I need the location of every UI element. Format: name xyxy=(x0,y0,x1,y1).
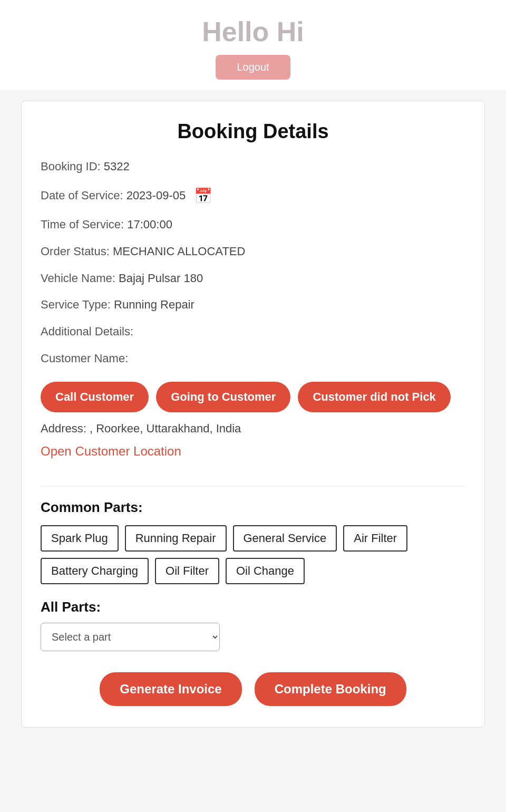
customer-did-not-pick-button[interactable]: Customer did not Pick xyxy=(298,382,450,412)
additional-label: Additional Details: xyxy=(41,325,133,338)
status-value: MECHANIC ALLOCATED xyxy=(113,245,245,258)
time-label: Time of Service: xyxy=(41,218,124,231)
address-value: , Roorkee, Uttarakhand, India xyxy=(90,422,241,435)
part-badge[interactable]: Spark Plug xyxy=(41,525,119,552)
booking-id-value: 5322 xyxy=(104,160,130,173)
time-value: 17:00:00 xyxy=(127,218,172,231)
vehicle-label: Vehicle Name: xyxy=(41,272,115,285)
booking-title: Booking Details xyxy=(41,120,465,143)
customer-name-row: Customer Name: xyxy=(41,351,465,367)
status-row: Order Status: MECHANIC ALLOCATED xyxy=(41,244,465,260)
booking-id-label: Booking ID: xyxy=(41,160,101,173)
customer-name-label: Customer Name: xyxy=(41,352,128,365)
all-parts-section: All Parts: Select a partSpark PlugRunnin… xyxy=(41,599,465,651)
part-badge[interactable]: Battery Charging xyxy=(41,558,149,584)
vehicle-value: Bajaj Pulsar 180 xyxy=(119,272,203,285)
status-label: Order Status: xyxy=(41,245,110,258)
address-label: Address: xyxy=(41,422,86,435)
service-label: Service Type: xyxy=(41,298,111,311)
common-parts-title: Common Parts: xyxy=(41,499,465,516)
time-row: Time of Service: 17:00:00 xyxy=(41,217,465,233)
date-label: Date of Service: xyxy=(41,189,123,202)
booking-id-row: Booking ID: 5322 xyxy=(41,159,465,175)
calendar-icon: 📅 xyxy=(194,186,212,206)
parts-select[interactable]: Select a partSpark PlugRunning RepairGen… xyxy=(41,623,220,651)
date-row: Date of Service: 2023-09-05 📅 xyxy=(41,186,465,206)
generate-invoice-button[interactable]: Generate Invoice xyxy=(100,672,241,706)
part-badge[interactable]: Air Filter xyxy=(343,525,407,552)
common-parts-grid: Spark PlugRunning RepairGeneral ServiceA… xyxy=(41,525,465,584)
additional-row: Additional Details: xyxy=(41,324,465,340)
booking-card: Booking Details Booking ID: 5322 Date of… xyxy=(21,101,485,728)
going-to-customer-button[interactable]: Going to Customer xyxy=(156,382,290,412)
divider xyxy=(41,486,465,487)
date-value: 2023-09-05 xyxy=(126,189,186,202)
service-row: Service Type: Running Repair xyxy=(41,297,465,313)
complete-booking-button[interactable]: Complete Booking xyxy=(255,672,406,706)
call-customer-button[interactable]: Call Customer xyxy=(41,382,149,412)
address-row: Address: , Roorkee, Uttarakhand, India xyxy=(41,422,465,436)
part-badge[interactable]: Oil Change xyxy=(226,558,305,584)
bottom-buttons: Generate Invoice Complete Booking xyxy=(41,672,465,706)
all-parts-title: All Parts: xyxy=(41,599,465,615)
service-value: Running Repair xyxy=(114,298,194,311)
logout-button[interactable]: Logout xyxy=(216,55,290,80)
top-header: Hello Hi Logout xyxy=(0,0,506,90)
part-badge[interactable]: Oil Filter xyxy=(155,558,219,584)
part-badge[interactable]: Running Repair xyxy=(125,525,227,552)
open-location-link[interactable]: Open Customer Location xyxy=(41,444,181,459)
part-badge[interactable]: General Service xyxy=(233,525,337,552)
greeting-title: Hello Hi xyxy=(202,16,304,47)
vehicle-row: Vehicle Name: Bajaj Pulsar 180 xyxy=(41,270,465,287)
action-buttons: Call Customer Going to Customer Customer… xyxy=(41,382,465,412)
